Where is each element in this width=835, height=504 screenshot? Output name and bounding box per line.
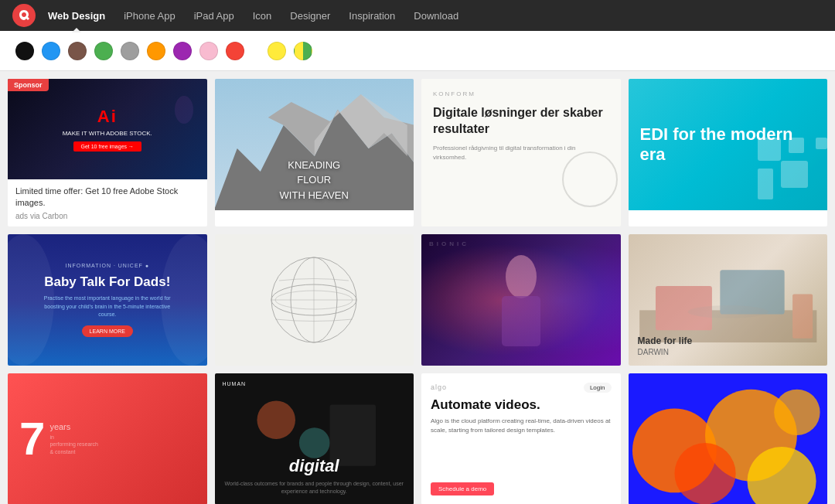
color-brown[interactable]	[68, 42, 87, 60]
color-yellow[interactable]	[268, 42, 286, 60]
color-red[interactable]	[226, 42, 244, 60]
svg-rect-22	[792, 294, 813, 338]
nav-web-design[interactable]: Web Design	[40, 7, 113, 25]
nav-icon[interactable]: Icon	[245, 7, 280, 25]
svg-point-25	[298, 427, 329, 458]
nav-ipad-app[interactable]: iPad App	[186, 7, 242, 25]
card-danish[interactable]: konform Digitale løsninger der skaber re…	[421, 79, 621, 226]
globe-thumb	[215, 234, 414, 366]
card-edi[interactable]: EDI for the modern era	[629, 79, 828, 226]
color-pink[interactable]	[199, 42, 218, 60]
card-sponsor[interactable]: Sponsor Ai MAKE IT WITH ADOBE STOCK. Get…	[8, 79, 207, 226]
card-baby[interactable]: INFORMATION · UNICEF ● Baby Talk For Dad…	[8, 234, 207, 366]
color-filter-bar	[0, 31, 835, 71]
interior-thumb: Made for life DARWIN	[629, 234, 828, 366]
grid-container: Sponsor Ai MAKE IT WITH ADOBE STOCK. Get…	[0, 71, 835, 504]
color-green[interactable]	[94, 42, 113, 60]
nav-inspiration[interactable]: Inspiration	[341, 7, 403, 25]
card-years[interactable]: 7 years inperforming research& constant	[8, 373, 207, 504]
header: Web Design iPhone App iPad App Icon Desi…	[0, 0, 835, 31]
logo[interactable]	[12, 4, 36, 27]
svg-point-23	[687, 305, 768, 318]
svg-point-24	[257, 400, 295, 439]
svg-point-0	[175, 96, 193, 124]
color-orange[interactable]	[147, 42, 165, 60]
svg-rect-18	[502, 296, 540, 346]
color-black[interactable]	[15, 42, 34, 60]
svg-point-5	[563, 152, 617, 206]
nav-designer[interactable]: Designer	[282, 7, 338, 25]
nav-iphone-app[interactable]: iPhone App	[116, 7, 183, 25]
svg-point-31	[774, 389, 820, 434]
card-bionic[interactable]: BIONIC	[421, 234, 621, 366]
card-algo[interactable]: algo Login Automate videos. Algo is the …	[421, 373, 621, 504]
circles-thumb	[629, 373, 828, 504]
svg-rect-8	[758, 169, 773, 199]
bionic-thumb: BIONIC	[421, 234, 621, 366]
color-purple[interactable]	[173, 42, 192, 60]
color-half[interactable]	[294, 42, 312, 60]
mountain-thumb: KNEADING FLOUR WITH HEAVEN	[215, 79, 414, 210]
svg-point-30	[674, 443, 735, 504]
card-mountain[interactable]: KNEADING FLOUR WITH HEAVEN	[215, 79, 414, 226]
nav-download[interactable]: Download	[406, 7, 466, 25]
svg-rect-10	[816, 138, 827, 149]
sponsor-text: Limited time offer: Get 10 free Adobe St…	[8, 179, 207, 226]
sponsor-thumb: Ai MAKE IT WITH ADOBE STOCK. Get 10 free…	[8, 79, 207, 179]
card-globe[interactable]	[215, 234, 414, 366]
card-circles[interactable]	[629, 373, 828, 504]
main-nav: Web Design iPhone App iPad App Icon Desi…	[40, 7, 466, 25]
card-digital[interactable]: HUMAN digital World-class outcomes for b…	[215, 373, 414, 504]
color-gray[interactable]	[121, 42, 139, 60]
algo-thumb: algo Login Automate videos. Algo is the …	[421, 373, 621, 504]
baby-thumb: INFORMATION · UNICEF ● Baby Talk For Dad…	[8, 234, 207, 366]
digital-thumb: HUMAN digital World-class outcomes for b…	[215, 373, 414, 504]
color-blue[interactable]	[42, 42, 60, 60]
years-thumb: 7 years inperforming research& constant	[8, 373, 207, 504]
svg-point-17	[506, 255, 537, 298]
edi-thumb: EDI for the modern era	[629, 79, 828, 210]
card-interior[interactable]: Made for life DARWIN	[629, 234, 828, 366]
sponsor-badge: Sponsor	[8, 79, 49, 91]
logo-icon	[17, 9, 31, 22]
danish-thumb: konform Digitale løsninger der skaber re…	[421, 79, 621, 210]
